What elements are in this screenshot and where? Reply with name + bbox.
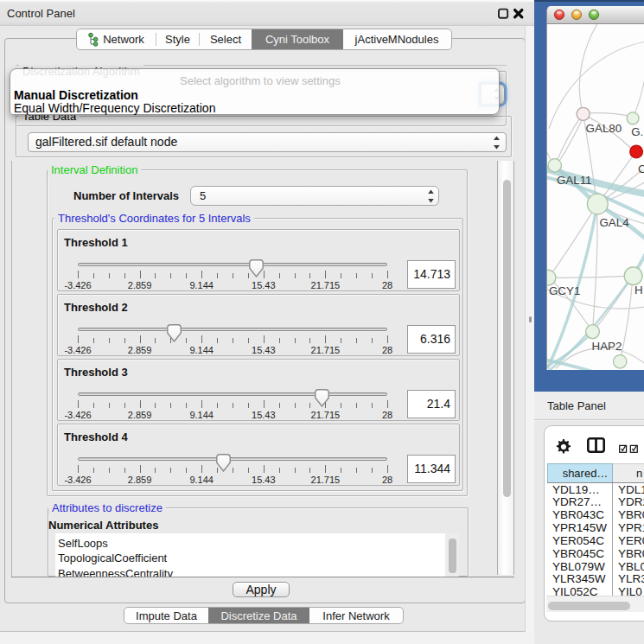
svg-text:GCY1: GCY1 <box>549 284 580 297</box>
svg-text:H: H <box>634 284 643 296</box>
svg-text:C: C <box>638 163 644 175</box>
svg-text:GAL4: GAL4 <box>599 216 629 229</box>
svg-text:G.: G. <box>631 125 643 138</box>
svg-text:HAP2: HAP2 <box>592 340 622 353</box>
svg-text:GAL11: GAL11 <box>557 174 592 187</box>
svg-text:GAL80: GAL80 <box>586 122 622 135</box>
